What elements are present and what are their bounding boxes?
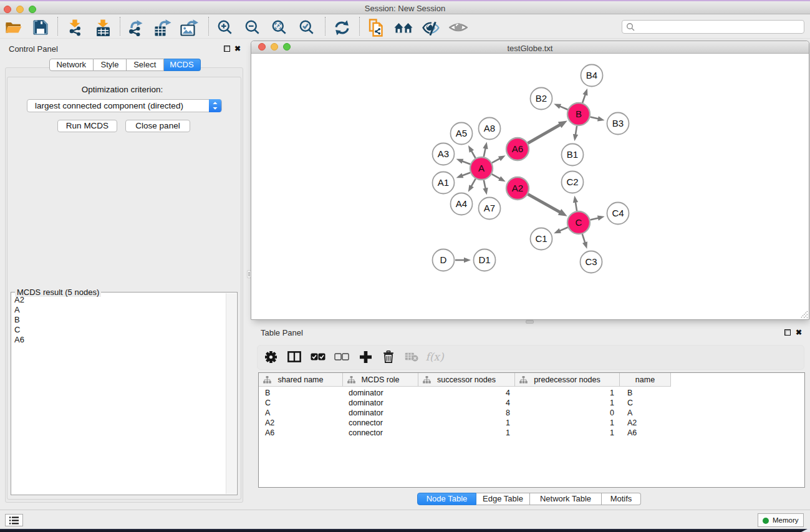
edge-B-B2[interactable] [559,106,568,110]
table-tab-edge-table[interactable]: Edge Table [476,493,530,505]
import-table-button[interactable] [92,18,113,37]
delete-columns-button[interactable] [378,349,399,365]
table-cell[interactable]: 1 [515,388,614,398]
zoom-out-button[interactable] [242,18,263,37]
table-cell[interactable]: C [627,398,633,408]
table-cell[interactable]: 1 [515,398,614,408]
export-image-button[interactable] [178,18,200,37]
show-panels-list-button[interactable] [5,514,23,526]
table-cell[interactable]: 0 [515,408,614,418]
float-table-panel-icon[interactable] [784,329,791,336]
table-cell[interactable]: dominator [349,398,383,408]
search-input[interactable] [622,20,804,34]
function-builder-button[interactable]: f(x) [424,349,445,365]
table-cell[interactable]: A [265,408,270,418]
import-network-button[interactable] [64,18,85,37]
clone-network-button[interactable] [367,18,388,37]
table-cell[interactable]: A6 [265,428,274,438]
node-table[interactable]: shared nameMCDS rolesuccessor nodesprede… [258,372,805,488]
export-table-button[interactable] [152,18,173,37]
column-header-name[interactable]: name [620,373,671,387]
open-session-button[interactable] [2,18,24,37]
mcds-result-item[interactable]: C [12,325,224,335]
dropdown-spinner[interactable] [209,99,221,112]
edge-C-C1[interactable] [559,228,567,231]
control-tab-network[interactable]: Network [49,59,94,71]
control-tab-style[interactable]: Style [94,59,127,71]
table-tab-motifs[interactable]: Motifs [602,493,641,505]
table-cell[interactable]: 4 [418,398,510,408]
apply-layout-button[interactable] [331,18,352,37]
create-column-button[interactable] [355,349,376,365]
table-tab-node-table[interactable]: Node Table [417,493,476,505]
table-cell[interactable]: B [265,388,270,398]
main-title-bar[interactable]: Session: New Session [0,1,810,14]
table-cell[interactable]: B [627,388,632,398]
delete-table-button[interactable] [401,349,422,365]
table-cell[interactable]: A2 [265,418,274,428]
edge-A-A3[interactable] [461,161,470,164]
table-cell[interactable]: 1 [418,428,510,438]
edge-A-A2[interactable] [492,174,501,179]
network-view-window[interactable]: testGlobe.txt B4B2BB3A5A8A6A3B1AA1C2A2A4… [251,41,809,320]
table-cell[interactable]: 1 [418,418,510,428]
column-header-MCDS-role[interactable]: MCDS role [343,373,418,387]
table-options-button[interactable] [260,349,281,365]
column-header-shared-name[interactable]: shared name [259,373,343,387]
table-tab-network-table[interactable]: Network Table [530,493,602,505]
mcds-result-item[interactable]: B [12,315,224,325]
edge-C-C3[interactable] [582,234,586,243]
table-cell[interactable]: 1 [515,418,614,428]
edge-A-A8[interactable] [484,147,486,157]
network-window-title-bar[interactable]: testGlobe.txt [251,41,809,54]
edge-A-A7[interactable] [484,180,486,190]
edge-A-A1[interactable] [461,173,470,176]
edge-C-C2[interactable] [576,201,577,211]
hide-selected-button[interactable] [420,18,441,37]
control-tab-mcds[interactable]: MCDS [164,59,201,71]
edge-A2-C[interactable] [528,194,561,213]
table-cell[interactable]: A [627,408,632,418]
table-cell[interactable]: dominator [349,388,383,398]
window-resize-grip-icon[interactable] [800,311,808,319]
mcds-result-item[interactable]: A [12,305,224,315]
table-cell[interactable]: A6 [627,428,637,438]
table-cell[interactable]: 1 [515,428,614,438]
criterion-dropdown[interactable]: largest connected component (directed) [27,99,222,112]
float-panel-icon[interactable] [224,46,230,52]
column-header-successor-nodes[interactable]: successor nodes [418,373,515,387]
show-hide-columns-button[interactable] [284,349,305,365]
close-panel-button[interactable]: Close panel [125,120,190,132]
edge-B-B4[interactable] [582,94,586,103]
zoom-selected-button[interactable] [296,18,317,37]
control-tab-select[interactable]: Select [127,59,164,71]
close-panel-icon[interactable]: ✖ [234,46,241,52]
table-cell[interactable]: A2 [627,418,637,428]
edge-B-B3[interactable] [590,117,599,118]
edge-A-A4[interactable] [471,179,476,187]
edge-A-A5[interactable] [471,150,475,158]
table-cell[interactable]: dominator [349,408,383,418]
result-scrollbar[interactable] [226,293,236,494]
table-cell[interactable]: connector [349,428,383,438]
memory-button[interactable]: Memory [758,513,804,527]
save-session-button[interactable] [30,18,51,37]
edge-A6-B[interactable] [528,124,561,143]
zoom-fit-button[interactable] [269,18,290,37]
column-header-predecessor-nodes[interactable]: predecessor nodes [515,373,620,387]
deselect-all-columns-button[interactable] [331,349,352,365]
mcds-result-item[interactable]: A2 [12,295,224,305]
first-neighbors-button[interactable] [393,18,414,37]
edge-B-B1[interactable] [576,126,577,136]
edge-A-A6[interactable] [492,158,501,163]
zoom-in-button[interactable] [215,18,236,37]
mcds-result-list[interactable]: A2ABCA6 [12,295,224,345]
table-cell[interactable]: C [265,398,271,408]
edge-C-C4[interactable] [590,218,599,220]
network-canvas[interactable]: B4B2BB3A5A8A6A3B1AA1C2A2A4A7C4CC1C3DD1 [251,54,809,319]
table-cell[interactable]: connector [349,418,383,428]
select-all-columns-button[interactable] [307,349,329,365]
close-table-panel-icon[interactable]: ✖ [796,329,802,336]
show-all-button[interactable] [448,18,469,37]
table-cell[interactable]: 8 [418,408,510,418]
